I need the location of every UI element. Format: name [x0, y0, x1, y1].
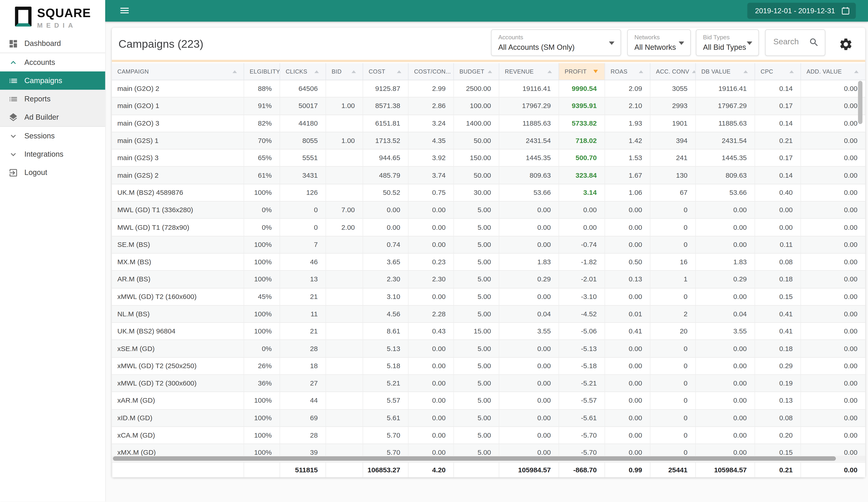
cell-revenue: 1445.35 — [499, 150, 559, 166]
table-row[interactable]: xID.M (GD)100%695.610.005.000.00-5.610.0… — [112, 410, 865, 427]
table-row[interactable]: xAR.M (GD)100%445.570.005.000.00-5.570.0… — [112, 392, 865, 410]
cell-clicks: 3431 — [279, 167, 326, 184]
column-header-campaign[interactable]: CAMPAIGN — [112, 63, 244, 80]
cell-revenue: 0.00 — [499, 202, 559, 218]
cell-db_value: 0.00 — [695, 375, 754, 392]
table-row[interactable]: UK.M (BS2) 4589876100%12650.520.7530.005… — [112, 184, 865, 202]
cell-campaign: main (G2O) 3 — [112, 115, 244, 132]
cell-campaign: main (G2S) 1 — [112, 132, 244, 149]
cell-eligibility: 100% — [244, 184, 280, 201]
cell-cost_con: 0.00 — [408, 358, 453, 374]
column-header-cost_con[interactable]: COST/CON... — [408, 63, 453, 80]
column-header-roas[interactable]: ROAS — [604, 63, 650, 80]
cell-campaign: xSE.M (GD) — [112, 340, 244, 357]
table-row[interactable]: main (G2O) 191%500171.008571.382.86100.0… — [112, 98, 865, 115]
column-header-db_value[interactable]: DB VALUE — [695, 63, 754, 80]
cell-roas: 0.00 — [604, 375, 650, 392]
column-header-revenue[interactable]: REVENUE — [499, 63, 559, 80]
column-header-eligibility[interactable]: ELGIBLITY — [244, 63, 280, 80]
cell-bid: 1.00 — [326, 98, 363, 114]
vertical-scrollbar-thumb[interactable] — [858, 81, 862, 124]
table-row[interactable]: xMWL (GD) T2 (250x250)26%185.180.005.000… — [112, 358, 865, 375]
table-row[interactable]: NL.M (BS)100%114.562.285.000.04-4.520.01… — [112, 306, 865, 323]
sidebar-item-ad-builder[interactable]: Ad Builder — [0, 108, 105, 126]
table-row[interactable]: SE.M (BS)100%70.740.005.000.00-0.740.000… — [112, 236, 865, 254]
cell-cost_con: 0.00 — [408, 202, 453, 218]
table-row[interactable]: xMX.M (GD)100%395.700.005.000.00-5.700.0… — [112, 444, 865, 455]
table-row[interactable]: MWL (GD) T1 (336x280)0%07.000.000.005.00… — [112, 202, 865, 219]
bid-types-filter[interactable]: Bid Types All Bid Types — [696, 30, 759, 56]
networks-filter[interactable]: Networks All Networks — [627, 30, 691, 56]
column-header-label: ROAS — [610, 68, 627, 75]
cell-cost_con: 0.00 — [408, 375, 453, 392]
sidebar-item-reports[interactable]: Reports — [0, 90, 105, 108]
accounts-filter[interactable]: Accounts All Accounts (SM Only) — [491, 30, 621, 56]
table-row[interactable]: xMWL (GD) T2 (160x600)45%213.100.005.000… — [112, 288, 865, 306]
cell-cpc: 0.17 — [755, 98, 800, 114]
column-header-clicks[interactable]: CLICKS — [279, 63, 326, 80]
bid-types-filter-value: All Bid Types — [703, 43, 746, 51]
table-row[interactable]: main (G2O) 288%645069125.872.992500.0019… — [112, 80, 865, 98]
cell-cost_con: 0.00 — [408, 410, 453, 426]
table-row[interactable]: UK.M (BS2) 96804100%218.610.4315.003.55-… — [112, 323, 865, 340]
table-row[interactable]: xCA.M (GD)100%285.700.005.000.00-5.700.0… — [112, 427, 865, 444]
sidebar-item-logout[interactable]: Logout — [0, 163, 105, 182]
total-cost: 106853.27 — [363, 462, 408, 477]
cell-acc_conv: 241 — [650, 150, 695, 166]
cell-cost: 485.79 — [363, 167, 408, 184]
cell-cost_con: 0.00 — [408, 427, 453, 443]
cell-revenue: 0.00 — [499, 427, 559, 443]
column-header-add_value[interactable]: ADD. VALUE — [800, 63, 865, 80]
cell-cpc: 0.21 — [755, 132, 800, 149]
cell-eligibility: 82% — [244, 115, 280, 132]
cell-cpc: 0.08 — [755, 410, 800, 426]
table-row[interactable]: MWL (GD) T1 (728x90)0%02.000.000.005.000… — [112, 219, 865, 236]
cell-campaign: main (G2O) 1 — [112, 98, 244, 114]
cell-db_value: 53.66 — [695, 184, 754, 201]
sidebar-item-sessions[interactable]: Sessions — [0, 127, 105, 145]
cell-bid — [326, 392, 363, 409]
column-header-budget[interactable]: BUDGET — [453, 63, 499, 80]
menu-icon[interactable] — [118, 4, 131, 17]
cell-bid: 2.00 — [326, 219, 363, 236]
cell-acc_conv: 0 — [650, 340, 695, 357]
cell-clicks: 64506 — [279, 80, 326, 97]
column-header-label: CAMPAIGN — [117, 68, 149, 75]
cell-campaign: xCA.M (GD) — [112, 427, 244, 443]
cell-eligibility: 100% — [244, 254, 280, 270]
column-header-profit[interactable]: PROFIT — [559, 63, 604, 80]
cell-clicks: 21 — [279, 288, 326, 305]
cell-eligibility: 61% — [244, 167, 280, 184]
table-row[interactable]: xSE.M (GD)0%285.130.005.000.00-5.130.000… — [112, 340, 865, 358]
cell-profit: 9395.91 — [559, 98, 604, 114]
sort-desc-icon — [593, 70, 598, 73]
cell-profit: -5.21 — [559, 375, 604, 392]
settings-gear-icon[interactable] — [838, 37, 853, 51]
column-header-cost[interactable]: COST — [363, 63, 408, 80]
sidebar-item-integrations[interactable]: Integrations — [0, 145, 105, 163]
sidebar-item-campaigns[interactable]: Campaigns — [0, 71, 105, 90]
cell-eligibility: 36% — [244, 375, 280, 392]
cell-cost: 3.10 — [363, 288, 408, 305]
table-row[interactable]: AR.M (BS)100%132.302.305.000.29-2.010.13… — [112, 271, 865, 288]
table-row[interactable]: xMWL (GD) T2 (300x600)36%275.210.005.000… — [112, 375, 865, 392]
table-row[interactable]: main (G2O) 382%441806151.813.241400.0011… — [112, 115, 865, 132]
cell-add_value: 0.00 — [800, 444, 865, 455]
column-header-label: COST/CON... — [414, 68, 451, 75]
sidebar-item-dashboard[interactable]: Dashboard — [0, 34, 105, 52]
sidebar-item-accounts[interactable]: Accounts — [0, 53, 105, 71]
cell-add_value: 0.00 — [800, 236, 865, 253]
cell-clicks: 27 — [279, 375, 326, 392]
table-row[interactable]: main (G2S) 170%80551.001713.524.3550.002… — [112, 132, 865, 150]
table-row[interactable]: main (G2S) 261%3431485.793.7450.00809.63… — [112, 167, 865, 184]
horizontal-scrollbar-thumb[interactable] — [113, 456, 836, 461]
search-input[interactable] — [772, 37, 809, 47]
column-header-bid[interactable]: BID — [326, 63, 363, 80]
column-header-cpc[interactable]: CPC — [755, 63, 800, 80]
cell-budget: 5.00 — [453, 358, 499, 374]
table-row[interactable]: MX.M (BS)100%463.650.235.001.83-1.820.50… — [112, 254, 865, 271]
date-range-picker[interactable]: 2019-12-01 - 2019-12-31 — [747, 3, 856, 19]
column-header-label: ADD. VALUE — [807, 68, 842, 75]
table-row[interactable]: main (G2S) 365%5551944.653.92150.001445.… — [112, 150, 865, 167]
column-header-acc_conv[interactable]: ACC. CONV — [650, 63, 695, 80]
